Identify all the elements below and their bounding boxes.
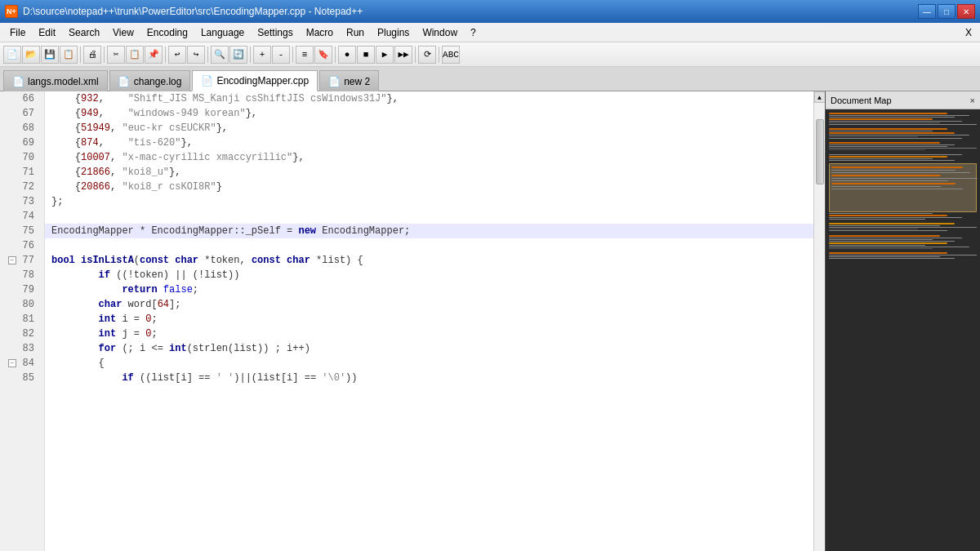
mini-line	[831, 186, 941, 187]
mini-line	[831, 178, 978, 179]
menu-help[interactable]: ?	[464, 23, 483, 42]
code-line-74	[45, 209, 813, 224]
tab-changelog[interactable]: 📄 change.log	[109, 70, 191, 91]
tab-new2[interactable]: 📄 new 2	[319, 70, 379, 91]
tb-print[interactable]: 🖨	[83, 46, 101, 64]
tb-find[interactable]: 🔍	[211, 46, 229, 64]
tb-copy[interactable]: 📋	[126, 46, 144, 64]
code-line-81: int i = 0;	[45, 312, 813, 327]
code-line-76	[45, 238, 813, 253]
tb-sep8	[415, 47, 416, 63]
menu-settings[interactable]: Settings	[251, 23, 299, 42]
line-num-72: 72	[7, 180, 38, 194]
tb-sep6	[292, 47, 293, 63]
tb-new[interactable]: 📄	[3, 46, 21, 64]
code-line-72: {20866, "koi8_r csKOI8R"}	[45, 180, 813, 194]
tb-sep9	[439, 47, 439, 63]
tb-save2[interactable]: 📋	[60, 46, 78, 64]
menu-window[interactable]: Window	[416, 23, 464, 42]
doc-map-viewport[interactable]	[829, 163, 977, 212]
menu-view[interactable]: View	[106, 23, 140, 42]
menu-file[interactable]: File	[3, 23, 32, 42]
code-line-73: };	[45, 194, 813, 209]
tab-bar: 📄 langs.model.xml 📄 change.log 📄 Encodin…	[0, 67, 980, 91]
mini-line	[829, 156, 947, 158]
tb-paste[interactable]: 📌	[145, 46, 163, 64]
mini-line	[829, 247, 969, 247]
menu-search[interactable]: Search	[62, 23, 106, 42]
doc-map-close[interactable]: ×	[970, 96, 975, 105]
menu-plugins[interactable]: Plugins	[371, 23, 416, 42]
tb-redo[interactable]: ↪	[187, 46, 205, 64]
doc-map-title: Document Map	[831, 96, 892, 105]
window-controls: — □ ✕	[918, 4, 975, 19]
maximize-button[interactable]: □	[938, 4, 956, 19]
mini-line	[829, 241, 955, 242]
menu-close-button[interactable]: X	[960, 25, 977, 40]
code-line-71: {21866, "koi8_u"},	[45, 165, 813, 180]
minimize-button[interactable]: —	[918, 4, 936, 19]
menu-edit[interactable]: Edit	[32, 23, 62, 42]
tab-encoding-label: EncodingMapper.cpp	[216, 75, 309, 87]
line-num-69: 69	[7, 136, 38, 150]
mini-line	[829, 160, 955, 161]
title-bar: N+ D:\source\notepad++\trunk\PowerEditor…	[0, 0, 980, 23]
tb-macro-stop[interactable]: ■	[357, 46, 375, 64]
line-num-77: − 77	[7, 253, 38, 268]
line-num-67: 67	[7, 106, 38, 121]
editor: 66 67 68 69 70 71 72 73 74 75 76 − 77 78…	[0, 91, 825, 551]
doc-map-header: Document Map ×	[826, 91, 980, 109]
line-num-66: 66	[7, 91, 38, 106]
mini-line	[829, 219, 925, 220]
fold-84[interactable]: −	[8, 359, 16, 367]
tb-sep5	[250, 47, 251, 63]
tab-langs[interactable]: 📄 langs.model.xml	[3, 70, 108, 91]
tb-spellcheck[interactable]: ABC	[442, 46, 460, 64]
tb-macro-rec[interactable]: ●	[338, 46, 356, 64]
line-num-83: 83	[7, 341, 38, 356]
tb-undo[interactable]: ↩	[168, 46, 186, 64]
tb-zoom-in[interactable]: +	[253, 46, 271, 64]
mini-line	[829, 229, 918, 229]
scroll-thumb[interactable]	[816, 119, 824, 184]
doc-map-minicode	[827, 111, 978, 260]
line-num-84: − 84	[7, 356, 38, 371]
line-num-74: 74	[7, 209, 38, 224]
scrollbar-vertical[interactable]: ▲	[813, 91, 825, 551]
tb-sep7	[335, 47, 336, 63]
menu-macro[interactable]: Macro	[300, 23, 340, 42]
tb-macro-run[interactable]: ▶▶	[394, 46, 412, 64]
mini-line	[829, 238, 962, 238]
mini-line	[829, 149, 925, 150]
menu-encoding[interactable]: Encoding	[140, 23, 194, 42]
scroll-up-arrow[interactable]: ▲	[814, 91, 826, 103]
menu-language[interactable]: Language	[194, 23, 251, 42]
toolbar: 📄 📂 💾 📋 🖨 ✂ 📋 📌 ↩ ↪ 🔍 🔄 + - ≡ 🔖 ● ■ ▶ ▶▶…	[0, 42, 980, 67]
tb-open[interactable]: 📂	[22, 46, 40, 64]
line-num-70: 70	[7, 150, 38, 165]
code-line-66: {932, "Shift_JIS MS_Kanji csShiftJIS csW…	[45, 91, 813, 106]
mini-line	[829, 227, 977, 228]
line-num-81: 81	[7, 312, 38, 327]
tb-wrap[interactable]: ≡	[296, 46, 314, 64]
document-map: Document Map ×	[825, 91, 980, 551]
code-content[interactable]: {932, "Shift_JIS MS_Kanji csShiftJIS csW…	[45, 91, 813, 551]
code-line-82: int j = 0;	[45, 327, 813, 341]
fold-77[interactable]: −	[8, 256, 16, 264]
mini-line	[829, 230, 947, 231]
tb-zoom-out[interactable]: -	[272, 46, 290, 64]
menu-run[interactable]: Run	[340, 23, 371, 42]
tb-cut[interactable]: ✂	[107, 46, 125, 64]
tab-changelog-icon: 📄	[118, 76, 130, 87]
mini-line	[829, 256, 940, 257]
mini-line	[831, 167, 963, 168]
mini-line	[829, 148, 977, 149]
tab-encoding[interactable]: 📄 EncodingMapper.cpp	[192, 70, 318, 91]
tb-macro-play[interactable]: ▶	[376, 46, 394, 64]
tb-save[interactable]: 💾	[41, 46, 59, 64]
tb-sync[interactable]: ⟳	[418, 46, 436, 64]
tb-replace[interactable]: 🔄	[229, 46, 247, 64]
tab-encoding-icon: 📄	[201, 75, 212, 87]
close-button[interactable]: ✕	[957, 4, 975, 19]
tb-bookmark[interactable]: 🔖	[314, 46, 332, 64]
